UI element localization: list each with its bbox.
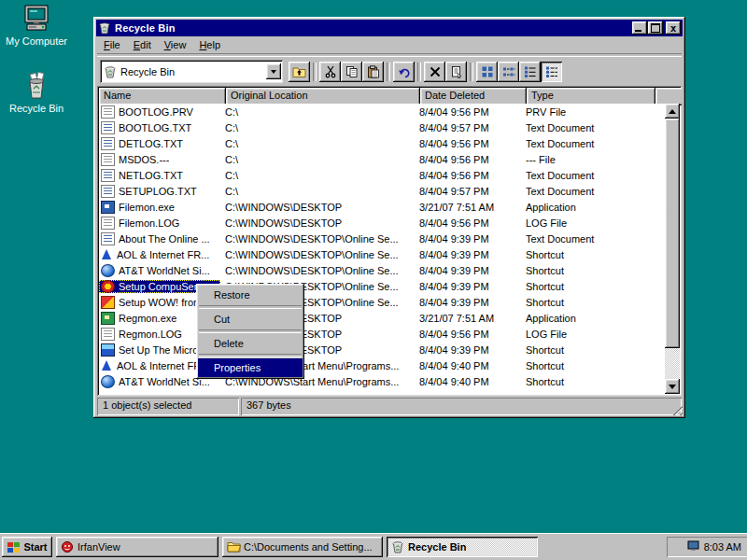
- menu-edit[interactable]: Edit: [127, 37, 158, 53]
- cell-name-text: Regmon.exe: [119, 313, 176, 324]
- toolbar-button-properties[interactable]: [445, 62, 467, 82]
- table-row[interactable]: Set Up The Micros... C:\WINDOWS\DESKTOP …: [99, 342, 665, 357]
- cell-size: 1KB: [650, 265, 665, 276]
- cell-type: Shortcut: [521, 376, 650, 387]
- file-icon: [101, 280, 115, 293]
- cell-date: 8/4/04 9:40 PM: [415, 376, 521, 387]
- toolbar-button-paste[interactable]: [362, 62, 384, 82]
- cell-name: About The Online ...: [99, 232, 220, 245]
- large-icons-icon: [481, 65, 494, 78]
- context-menu-item-cut[interactable]: Cut: [198, 310, 303, 329]
- cell-type: Shortcut: [521, 265, 650, 276]
- taskbar-item-documents[interactable]: C:\Documents and Setting...: [222, 537, 383, 557]
- table-row[interactable]: Filemon.LOG C:\WINDOWS\DESKTOP 8/4/04 9:…: [99, 215, 665, 231]
- toolbar-button-large-icons[interactable]: [476, 62, 498, 82]
- scrollbar-thumb[interactable]: [665, 119, 680, 348]
- table-row[interactable]: SETUPLOG.TXT C:\ 8/4/04 9:57 PM Text Doc…: [99, 183, 665, 199]
- combo-dropdown-button[interactable]: [266, 63, 281, 79]
- arrow-down-icon: [669, 385, 676, 393]
- taskbar-item-recycle-bin[interactable]: Recycle Bin: [387, 537, 538, 557]
- menu-separator: [199, 354, 302, 357]
- table-row[interactable]: MSDOS.--- C:\ 8/4/04 9:56 PM --- File 1K…: [99, 151, 665, 167]
- start-button[interactable]: Start: [2, 537, 52, 557]
- vertical-scrollbar[interactable]: [665, 104, 680, 394]
- desktop: My Computer Recycle Bin Recycle B: [0, 0, 747, 560]
- cell-name: DETLOG.TXT: [99, 137, 220, 150]
- cell-size: 10KB: [650, 329, 665, 340]
- folder-icon: [227, 540, 240, 553]
- scroll-up-button[interactable]: [665, 104, 680, 119]
- table-row[interactable]: Setup WOW! from ... C:\WINDOWS\DESKTOP\O…: [99, 294, 665, 310]
- tray-clock[interactable]: 8:03 AM: [704, 541, 741, 553]
- table-row[interactable]: Setup CompuServ... C:\WINDOWS\DESKTOP\On…: [99, 278, 665, 294]
- taskbar-item-irfanview[interactable]: IrfanView: [56, 537, 218, 557]
- cell-location: C:\WINDOWS\DESKTOP: [220, 217, 415, 229]
- toolbar-button-undo[interactable]: [393, 62, 415, 82]
- table-row[interactable]: NETLOG.TXT C:\ 8/4/04 9:56 PM Text Docum…: [99, 167, 665, 183]
- context-menu-item-properties[interactable]: Properties: [198, 358, 303, 377]
- menu-file[interactable]: File: [97, 37, 127, 53]
- menu-help[interactable]: Help: [192, 37, 227, 53]
- cell-name: Filemon.LOG: [99, 217, 220, 230]
- toolbar-button-small-icons[interactable]: [498, 62, 519, 82]
- close-button[interactable]: x: [666, 21, 681, 35]
- table-row[interactable]: Filemon.exe C:\WINDOWS\DESKTOP 3/21/07 7…: [99, 199, 665, 215]
- scrollbar-track[interactable]: [665, 119, 680, 379]
- minimize-button[interactable]: [632, 21, 647, 35]
- cell-type: Shortcut: [521, 249, 650, 260]
- toolbar-button-details[interactable]: [541, 62, 562, 82]
- toolbar-button-copy[interactable]: [341, 62, 362, 82]
- table-row[interactable]: AOL & Internet FR... C:\WINDOWS\Start Me…: [99, 357, 665, 373]
- address-combo[interactable]: Recycle Bin: [100, 60, 283, 83]
- toolbar-separator: [387, 63, 390, 81]
- maximize-button[interactable]: [648, 21, 663, 35]
- context-menu-item-delete[interactable]: Delete: [198, 334, 303, 353]
- taskbar-item-label: IrfanView: [78, 541, 120, 553]
- file-icon: [101, 375, 115, 388]
- minimize-icon: [635, 30, 641, 32]
- toolbar-button-list[interactable]: [519, 62, 541, 82]
- arrow-up-icon: [669, 105, 676, 114]
- table-row[interactable]: Regmon.exe C:\WINDOWS\DESKTOP 3/21/07 7:…: [99, 310, 665, 326]
- scroll-down-button[interactable]: [665, 379, 680, 394]
- cut-icon: [324, 65, 337, 78]
- cell-date: 8/4/04 9:39 PM: [415, 249, 521, 260]
- table-row[interactable]: BOOTLOG.TXT C:\ 8/4/04 9:57 PM Text Docu…: [99, 119, 665, 135]
- tray-display-icon[interactable]: [687, 540, 699, 553]
- toolbar-separator: [417, 63, 421, 81]
- cell-size: 20KB: [650, 106, 665, 118]
- table-row[interactable]: About The Online ... C:\WINDOWS\DESKTOP\…: [99, 231, 665, 246]
- cell-date: 8/4/04 9:39 PM: [415, 297, 521, 308]
- toolbar-button-cut[interactable]: [319, 62, 341, 82]
- cell-date: 8/4/04 9:39 PM: [415, 233, 521, 245]
- copy-icon: [345, 65, 359, 78]
- table-row[interactable]: AT&T WorldNet Si... C:\WINDOWS\DESKTOP\O…: [99, 262, 665, 278]
- cell-location: C:\WINDOWS\DESKTOP: [220, 202, 415, 213]
- file-list: BOOTLOG.PRV C:\ 8/4/04 9:56 PM PRV File …: [99, 104, 665, 394]
- cell-name: SETUPLOG.TXT: [99, 185, 220, 198]
- status-bar: 1 object(s) selected 367 bytes: [97, 396, 682, 415]
- toolbar-button-delete[interactable]: [424, 62, 445, 82]
- desktop-icon-my-computer[interactable]: My Computer: [4, 4, 69, 47]
- desktop-icon-recycle-bin[interactable]: Recycle Bin: [4, 71, 69, 114]
- up-one-level-icon: [292, 65, 306, 78]
- toolbar: Recycle Bin: [96, 57, 683, 86]
- cell-type: Text Document: [521, 170, 650, 181]
- cell-name-text: Filemon.LOG: [119, 217, 179, 229]
- table-row[interactable]: DETLOG.TXT C:\ 8/4/04 9:56 PM Text Docum…: [99, 135, 665, 151]
- table-row[interactable]: BOOTLOG.PRV C:\ 8/4/04 9:56 PM PRV File …: [99, 104, 665, 119]
- cell-name-text: About The Online ...: [119, 233, 210, 245]
- small-icons-icon: [502, 65, 515, 78]
- toolbar-button-up-one-level[interactable]: [289, 62, 310, 82]
- menu-view[interactable]: View: [158, 37, 193, 53]
- cell-type: LOG File: [521, 329, 650, 340]
- table-row[interactable]: AT&T WorldNet Si... C:\WINDOWS\Start Men…: [99, 373, 665, 389]
- cell-size: 1KB: [650, 297, 665, 308]
- titlebar[interactable]: Recycle Bin x: [96, 20, 683, 36]
- table-row[interactable]: AOL & Internet FR... C:\WINDOWS\DESKTOP\…: [99, 246, 665, 262]
- recycle-bin-icon: [98, 21, 111, 35]
- cell-date: 8/4/04 9:40 PM: [415, 360, 521, 371]
- context-menu-item-restore[interactable]: Restore: [198, 286, 303, 304]
- table-row[interactable]: Regmon.LOG C:\WINDOWS\DESKTOP 8/4/04 9:5…: [99, 326, 665, 342]
- delete-icon: [429, 65, 442, 78]
